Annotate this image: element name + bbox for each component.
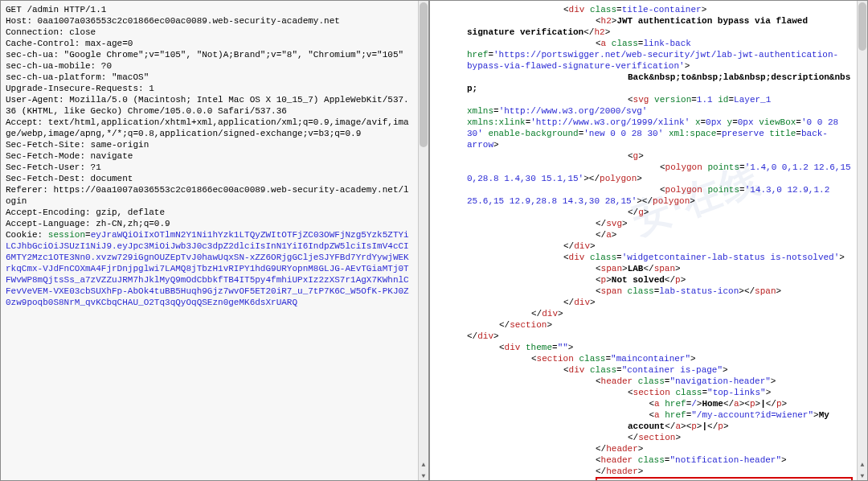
- response-text[interactable]: <div class=title-container> <h2>JWT auth…: [430, 1, 858, 480]
- left-scroll-thumb[interactable]: [420, 2, 428, 147]
- right-scroll-thumb[interactable]: [858, 2, 866, 51]
- link-back-href: 'https://portswigger.net/web-security/jw…: [467, 50, 838, 71]
- cookie-name: session: [48, 230, 85, 240]
- request-pane: GET /admin HTTP/1.1 Host: 0aa1007a036553…: [0, 0, 429, 481]
- request-line: GET /admin HTTP/1.1: [6, 5, 106, 14]
- lab-status: Not solved: [612, 275, 665, 285]
- request-headers: Host: 0aa1007a036553c2c01866ec00ac0089.w…: [6, 16, 409, 240]
- scroll-arrows-icon: ▲▼: [859, 462, 866, 479]
- left-scrollbar[interactable]: ▲▼: [418, 1, 428, 480]
- admin-message: Admin interface only available if logged…: [596, 477, 853, 481]
- split-view: GET /admin HTTP/1.1 Host: 0aa1007a036553…: [0, 0, 868, 481]
- session-token[interactable]: eyJraWQiOiIxOTlmN2Y1Ni1hYzk1LTQyZWItOTFj…: [6, 230, 409, 307]
- request-text[interactable]: GET /admin HTTP/1.1 Host: 0aa1007a036553…: [1, 1, 419, 480]
- right-scrollbar[interactable]: ▲▼: [857, 1, 867, 480]
- response-pane: 安·在线 <div class=title-container> <h2>JWT…: [429, 0, 868, 481]
- scroll-arrows-icon: ▲▼: [420, 462, 427, 479]
